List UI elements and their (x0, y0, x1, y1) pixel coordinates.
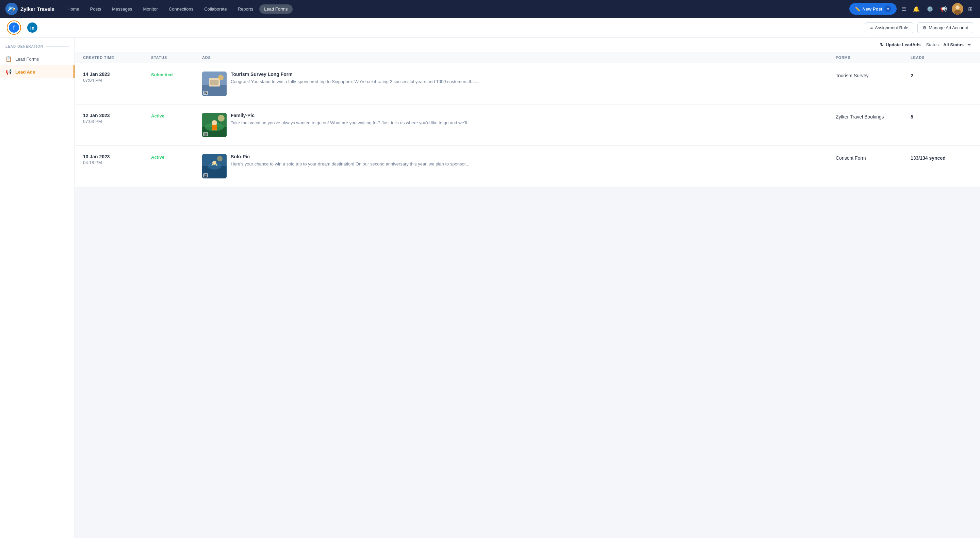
new-post-button[interactable]: ✏️ New Post ▾ (850, 3, 897, 14)
col-header-status: STATUS (151, 56, 202, 60)
dropdown-caret-icon[interactable]: ▾ (885, 5, 891, 12)
family-ad-image: 🖼 (202, 113, 227, 137)
svg-rect-19 (212, 125, 217, 131)
notifications-icon[interactable]: 🔔 (911, 5, 922, 14)
settings-icon[interactable]: ⚙️ (924, 5, 935, 14)
ad-title-3: Solo-Pic (231, 154, 469, 160)
logo-icon (5, 3, 18, 15)
date-value-3: 10 Jan 2023 (83, 154, 151, 160)
svg-point-4 (956, 5, 959, 10)
ad-title-1: Tourism Survey Long Form (231, 72, 479, 77)
nav-reports[interactable]: Reports (233, 5, 258, 14)
nav-right-actions: ✏️ New Post ▾ ☰ 🔔 ⚙️ 📢 ⊞ (850, 3, 975, 14)
tourism-ad-image: 🖼 (202, 72, 227, 96)
social-bar: f in ≡ Assignment Rule ⚙ Manage Ad Accou… (0, 18, 980, 38)
ad-type-icon-1: 🖼 (203, 91, 208, 95)
ad-cell-3: 🖼 Solo-Pic Here's your chance to win a s… (202, 154, 836, 179)
main-content: ↻ Update LeadAds Status: All Status Subm… (75, 38, 980, 538)
table-row[interactable]: 14 Jan 2023 07:04 PM Submitted (75, 63, 980, 105)
svg-point-2 (13, 8, 14, 11)
ad-type-icon-3: 🖼 (203, 173, 208, 177)
forms-cell-3: Consent Form (836, 154, 911, 161)
date-value-1: 14 Jan 2023 (83, 72, 151, 77)
date-cell-3: 10 Jan 2023 04:18 PM (83, 154, 151, 165)
svg-point-25 (217, 156, 223, 161)
apps-grid-icon[interactable]: ⊞ (966, 5, 975, 14)
ad-title-2: Family-Pic (231, 113, 471, 118)
status-cell-3: Active (151, 154, 202, 160)
status-badge-1: Submitted (151, 72, 173, 77)
status-select[interactable]: All Status Submitted Active (942, 42, 972, 48)
ad-info-1: Tourism Survey Long Form Congrats! You s… (231, 72, 479, 85)
content-toolbar: ↻ Update LeadAds Status: All Status Subm… (75, 38, 980, 52)
col-header-created-time: CREATED TIME (83, 56, 151, 60)
nav-posts[interactable]: Posts (86, 5, 106, 14)
lead-forms-icon: 📋 (5, 56, 12, 62)
solo-ad-image: 🖼 (202, 154, 227, 179)
table-row[interactable]: 10 Jan 2023 04:18 PM Active (75, 146, 980, 187)
app-logo[interactable]: Zylker Travels (5, 3, 54, 15)
app-name: Zylker Travels (21, 6, 54, 12)
lead-ads-icon: 📢 (5, 69, 12, 75)
status-filter: Status: All Status Submitted Active (926, 42, 972, 48)
megaphone-icon[interactable]: 📢 (938, 5, 949, 14)
ad-thumbnail-1: 🖼 (202, 72, 227, 96)
leads-cell-2: 5 (911, 113, 972, 120)
menu-icon[interactable]: ☰ (899, 5, 908, 14)
assignment-rule-button[interactable]: ≡ Assignment Rule (865, 22, 913, 33)
time-value-1: 07:04 PM (83, 78, 151, 83)
status-cell-1: Submitted (151, 72, 202, 78)
table-row[interactable]: 12 Jan 2023 07:03 PM Active (75, 105, 980, 146)
leads-cell-3: 133/134 synced (911, 154, 972, 161)
nav-connections[interactable]: Connections (164, 5, 198, 14)
status-cell-2: Active (151, 113, 202, 119)
sidebar-lead-forms-label: Lead Forms (15, 56, 39, 62)
nav-menu: Home Posts Messages Monitor Connections … (63, 5, 846, 14)
social-icons-group: f in (7, 21, 40, 35)
lead-ads-table: CREATED TIME STATUS ADS FORMS LEADS 14 J… (75, 52, 980, 187)
col-header-ads: ADS (202, 56, 836, 60)
time-value-3: 04:18 PM (83, 160, 151, 165)
forms-cell-1: Tourism Survey (836, 72, 911, 78)
ad-cell-2: 🖼 Family-Pic Take that vacation you've a… (202, 113, 836, 137)
svg-point-5 (954, 10, 961, 14)
nav-monitor[interactable]: Monitor (138, 5, 163, 14)
sidebar-section-label: LEAD GENERATION (0, 45, 75, 53)
sidebar-item-lead-forms[interactable]: 📋 Lead Forms (0, 53, 75, 65)
nav-collaborate[interactable]: Collaborate (199, 5, 232, 14)
refresh-icon: ↻ (880, 42, 884, 47)
facebook-icon[interactable]: f (7, 21, 21, 35)
ad-info-3: Solo-Pic Here's your chance to win a sol… (231, 154, 469, 168)
svg-text:in: in (30, 25, 34, 30)
ad-thumbnail-2: 🖼 (202, 113, 227, 137)
ad-desc-2: Take that vacation you've always wanted … (231, 120, 471, 126)
manage-ad-account-button[interactable]: ⚙ Manage Ad Account (917, 22, 973, 33)
time-value-2: 07:03 PM (83, 119, 151, 124)
linkedin-icon[interactable]: in (25, 21, 40, 35)
top-navigation: Zylker Travels Home Posts Messages Monit… (0, 0, 980, 18)
nav-messages[interactable]: Messages (107, 5, 137, 14)
svg-text:f: f (13, 25, 15, 30)
svg-point-14 (218, 75, 224, 80)
assignment-rule-label: Assignment Rule (875, 25, 908, 30)
new-post-label: New Post (862, 6, 882, 11)
nav-home[interactable]: Home (63, 5, 84, 14)
main-layout: LEAD GENERATION 📋 Lead Forms 📢 Lead Ads … (0, 38, 980, 538)
sidebar-item-lead-ads[interactable]: 📢 Lead Ads (0, 65, 75, 78)
col-header-forms: FORMS (836, 56, 911, 60)
svg-point-18 (212, 120, 217, 126)
sidebar: LEAD GENERATION 📋 Lead Forms 📢 Lead Ads (0, 38, 75, 538)
ad-info-2: Family-Pic Take that vacation you've alw… (231, 113, 471, 126)
status-badge-2: Active (151, 113, 164, 118)
update-lead-ads-label: Update LeadAds (886, 42, 921, 47)
user-avatar[interactable] (952, 3, 963, 14)
date-value-2: 12 Jan 2023 (83, 113, 151, 118)
svg-rect-13 (210, 80, 218, 85)
svg-point-20 (218, 115, 224, 121)
action-buttons-group: ≡ Assignment Rule ⚙ Manage Ad Account (865, 22, 973, 33)
nav-lead-forms[interactable]: Lead Forms (259, 5, 292, 14)
update-lead-ads-button[interactable]: ↻ Update LeadAds (880, 42, 921, 47)
pencil-icon: ✏️ (855, 6, 860, 11)
manage-ad-account-label: Manage Ad Account (929, 25, 968, 30)
status-filter-label: Status: (926, 42, 940, 47)
